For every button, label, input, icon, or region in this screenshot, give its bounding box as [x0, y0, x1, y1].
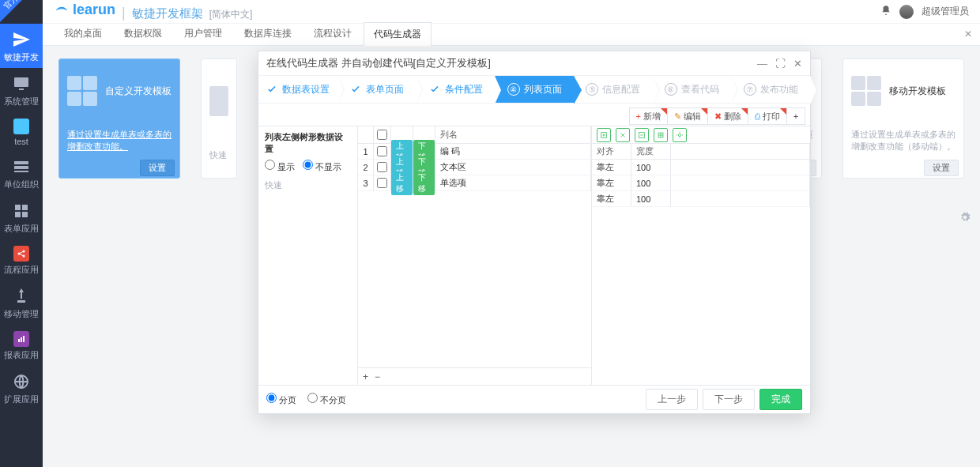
avatar[interactable]	[899, 5, 914, 19]
svg-rect-12	[17, 300, 25, 303]
delete-button[interactable]: ✖删除	[707, 107, 748, 125]
sidebar-item-2[interactable]: test	[0, 112, 43, 151]
tool-3-icon[interactable]	[635, 128, 649, 142]
tab-3[interactable]: 数据库连接	[234, 21, 302, 45]
svg-rect-6	[22, 205, 28, 210]
minimize-icon[interactable]: —	[757, 58, 767, 70]
radio-hide[interactable]: 不显示	[303, 160, 341, 173]
svg-rect-5	[15, 205, 21, 210]
prev-button[interactable]: 上一步	[646, 389, 698, 410]
org-icon	[12, 157, 31, 176]
svg-rect-7	[15, 212, 21, 217]
tab-1[interactable]: 数据权限	[114, 21, 172, 45]
paper-plane-icon	[12, 30, 31, 49]
tab-5[interactable]: 代码生成器	[364, 22, 432, 46]
tab-4[interactable]: 流程设计	[303, 21, 362, 45]
sidebar-item-3[interactable]: 单位组织	[0, 151, 43, 195]
radio-paging-on[interactable]: 分页	[266, 393, 296, 406]
bell-icon[interactable]	[880, 5, 891, 18]
add-button[interactable]: +新增	[629, 107, 668, 125]
user-name[interactable]: 超级管理员	[922, 5, 969, 18]
sidebar-item-1[interactable]: 系统管理	[0, 68, 43, 112]
radio-show[interactable]: 显示	[265, 160, 295, 173]
remove-row-icon[interactable]: −	[375, 371, 380, 382]
share-icon	[13, 246, 29, 262]
svg-rect-13	[18, 339, 20, 342]
wizard-steps: 数据表设置 表单页面 条件配置 ④列表页面 ⑤信息配置 ⑥查看代码 ⑦发布功能	[258, 75, 810, 104]
svg-rect-15	[23, 336, 24, 342]
row-checkbox[interactable]	[377, 146, 387, 156]
brand-lang[interactable]: [简体中文]	[209, 8, 253, 21]
table-row[interactable]: 靠左 100	[592, 191, 810, 207]
svg-rect-3	[14, 166, 28, 169]
svg-rect-0	[14, 77, 28, 87]
tool-1-icon[interactable]	[597, 128, 611, 142]
card-config-button[interactable]: 设置	[924, 160, 959, 176]
edit-button[interactable]: ✎编辑	[667, 107, 708, 125]
add-row-icon[interactable]: +	[363, 371, 368, 382]
svg-point-20	[678, 134, 680, 136]
row-checkbox[interactable]	[377, 162, 387, 172]
sidebar-item-6[interactable]: 移动管理	[0, 281, 43, 325]
select-all-checkbox[interactable]	[377, 130, 387, 140]
svg-rect-1	[19, 89, 24, 90]
step-2[interactable]: 表单页面	[337, 76, 416, 103]
svg-rect-14	[21, 337, 22, 342]
tool-2-icon[interactable]	[616, 128, 630, 142]
svg-rect-2	[14, 161, 28, 164]
card-config-button[interactable]: 设置	[140, 160, 175, 176]
globe-icon	[12, 372, 31, 391]
left-panel-title: 列表左侧树形数据设置	[265, 131, 351, 155]
print-button[interactable]: ⎙打印	[748, 107, 787, 125]
card-mobile-template[interactable]: 移动开发模板 通过设置生成单表或多表的增删改查功能（移动端）。 设置	[842, 58, 964, 179]
mobile-icon	[12, 287, 31, 306]
brand-subtitle: 敏捷开发框架	[132, 6, 203, 21]
card-1[interactable]: 快速	[201, 58, 237, 179]
more-button[interactable]: +	[786, 107, 805, 125]
tab-0[interactable]: 我的桌面	[54, 21, 112, 45]
grid-icon	[12, 201, 31, 220]
grid4-icon	[851, 76, 881, 106]
tabbar: 我的桌面 数据权限 用户管理 数据库连接 流程设计 代码生成器 ✕	[43, 24, 980, 46]
code-generator-modal: 在线代码生成器 并自动创建代码[自定义开发模板] — ⛶ ✕ 数据表设置 表单页…	[258, 51, 811, 414]
tool-5-icon[interactable]	[673, 128, 687, 142]
row-checkbox[interactable]	[377, 178, 387, 188]
done-button[interactable]: 完成	[760, 389, 802, 410]
sidebar-item-8[interactable]: 扩展应用	[0, 366, 43, 410]
sidebar-item-5[interactable]: 流程应用	[0, 239, 43, 281]
table-row[interactable]: 靠左 100	[592, 175, 810, 191]
tool-4-icon[interactable]	[654, 128, 668, 142]
tab-close-icon[interactable]: ✕	[964, 28, 972, 40]
monitor-icon	[12, 74, 31, 93]
table-row[interactable]: 靠左 100	[592, 160, 810, 175]
sidebar-item-4[interactable]: 表单应用	[0, 195, 43, 239]
table-row[interactable]: 3 上移 下移 单选项	[358, 175, 591, 191]
gear-icon[interactable]	[959, 212, 971, 223]
svg-rect-8	[22, 212, 28, 217]
step-5[interactable]: ⑤信息配置	[574, 76, 653, 103]
step-4[interactable]: ④列表页面	[495, 76, 574, 103]
tab-2[interactable]: 用户管理	[174, 21, 232, 45]
next-button[interactable]: 下一步	[703, 389, 755, 410]
close-icon[interactable]: ✕	[793, 58, 802, 70]
step-1[interactable]: 数据表设置	[258, 76, 337, 103]
step-6[interactable]: ⑥查看代码	[653, 76, 732, 103]
step-3[interactable]: 条件配置	[416, 76, 495, 103]
card-custom-template[interactable]: 自定义开发模板 通过设置生成单表或多表的增删改查功能。 设置	[58, 58, 180, 179]
monitor-icon	[209, 86, 228, 116]
radio-paging-off[interactable]: 不分页	[307, 393, 346, 406]
grid4-icon	[67, 76, 97, 106]
svg-rect-4	[14, 171, 28, 172]
sidebar-item-7[interactable]: 报表应用	[0, 325, 43, 366]
chart-icon	[13, 331, 29, 347]
sidebar-item-0[interactable]: 敏捷开发	[0, 24, 43, 68]
square-icon	[13, 119, 29, 134]
step-7[interactable]: ⑦发布功能	[731, 76, 810, 103]
modal-title: 在线代码生成器 并自动创建代码[自定义开发模板]	[266, 56, 491, 70]
topbar: learun | 敏捷开发框架 [简体中文] 超级管理员	[43, 0, 980, 24]
left-sidebar: 官方 敏捷开发 系统管理 test 单位组织 表单应用 流程应用 移动管理	[0, 0, 43, 467]
maximize-icon[interactable]: ⛶	[775, 58, 786, 70]
brand-logo: learun	[54, 2, 115, 18]
